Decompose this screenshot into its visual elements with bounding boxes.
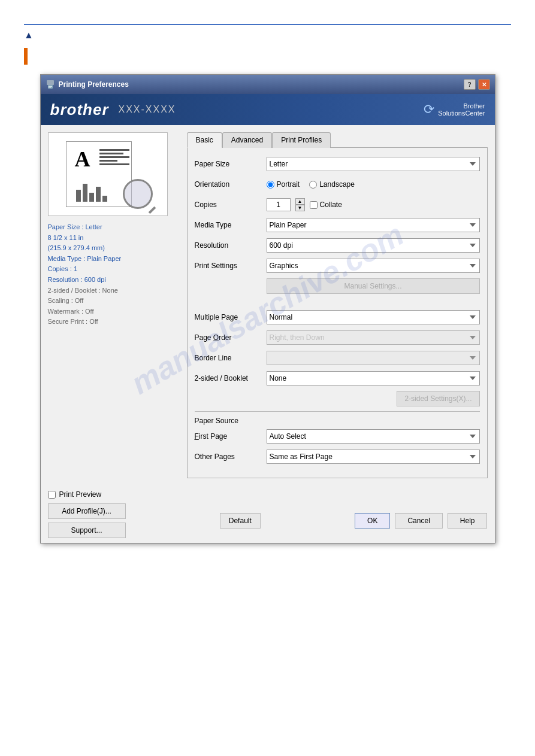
footer-buttons-row: Add Profile(J)... Support... Default OK …: [48, 503, 488, 538]
print-preview-label-text: Print Preview: [59, 490, 102, 499]
solutions-center-icon: ⟳: [424, 102, 434, 117]
status-info: Paper Size : Letter 8 1/2 x 11 in (215.9…: [48, 222, 180, 327]
landscape-label: Landscape: [319, 180, 355, 189]
print-preview-option[interactable]: Print Preview: [48, 490, 102, 499]
status-copies: Copies : 1: [48, 264, 180, 275]
two-sided-select[interactable]: None 2-sided Booklet: [267, 371, 480, 385]
page-order-label: Page Order: [195, 333, 267, 342]
page-order-control: Right, then Down Down, then Right: [267, 330, 480, 345]
two-sided-row: 2-sided / Booklet None 2-sided Booklet: [195, 371, 480, 386]
other-pages-row: Other Pages Same as First Page Tray 1 Tr…: [195, 449, 480, 464]
paper-size-row: Paper Size Letter A4 Legal: [195, 156, 480, 172]
other-pages-label: Other Pages: [195, 453, 267, 461]
solutions-center-section: ⟳ Brother SolutionsCenter: [424, 102, 485, 117]
dialog-close-button[interactable]: ✕: [478, 79, 490, 90]
first-page-control: Auto Select Tray 1 Tray 2 Manual: [267, 429, 480, 444]
preview-paper: A: [66, 141, 132, 207]
solutions-center-label: Brother SolutionsCenter: [438, 102, 485, 117]
paper-size-label: Paper Size: [195, 160, 267, 168]
first-page-select[interactable]: Auto Select Tray 1 Tray 2 Manual: [267, 429, 480, 444]
media-type-label: Media Type: [195, 221, 267, 229]
landscape-option[interactable]: Landscape: [309, 180, 355, 189]
home-icon-row: ▲: [0, 25, 535, 45]
resolution-select[interactable]: 600 dpi 1200 dpi 300 dpi: [267, 238, 480, 253]
print-settings-label: Print Settings: [195, 262, 267, 270]
media-type-select[interactable]: Plain Paper Thin Paper Thick Paper: [267, 218, 480, 232]
copies-down-arrow[interactable]: ▼: [295, 205, 305, 211]
dialog-titlebar: Printing Preferences ? ✕: [41, 75, 495, 94]
page-order-label-text: Page Order: [195, 333, 232, 342]
multiple-page-select[interactable]: Normal 2 in 1 4 in 1: [267, 310, 480, 324]
resolution-label: Resolution: [195, 241, 267, 250]
portrait-option[interactable]: Portrait: [267, 180, 300, 189]
cancel-button[interactable]: Cancel: [395, 513, 442, 529]
resolution-control: 600 dpi 1200 dpi 300 dpi: [267, 238, 480, 253]
preview-letter-a: A: [75, 147, 90, 172]
first-page-row: First Page Auto Select Tray 1 Tray 2 Man…: [195, 429, 480, 444]
dialog-help-button[interactable]: ?: [464, 79, 476, 90]
status-secure-print: Secure Print : Off: [48, 317, 180, 327]
footer-top-row: Print Preview: [48, 490, 488, 499]
help-button[interactable]: Help: [448, 513, 488, 529]
landscape-radio[interactable]: [309, 181, 317, 189]
copies-up-arrow[interactable]: ▲: [295, 198, 305, 205]
page-order-select[interactable]: Right, then Down Down, then Right: [267, 330, 480, 345]
paper-size-select[interactable]: Letter A4 Legal: [267, 157, 480, 171]
media-type-control: Plain Paper Thin Paper Thick Paper: [267, 218, 480, 232]
border-line-select[interactable]: [267, 351, 480, 365]
svg-rect-0: [47, 80, 54, 85]
tab-basic[interactable]: Basic: [187, 132, 222, 148]
copies-label: Copies: [195, 201, 267, 209]
titlebar-left: Printing Preferences: [46, 80, 129, 89]
multiple-page-control: Normal 2 in 1 4 in 1: [267, 310, 480, 324]
copies-spinner: ▲ ▼: [295, 198, 305, 211]
svg-rect-3: [49, 87, 51, 88]
collate-label-text: Collate: [320, 201, 342, 209]
orientation-control: Portrait Landscape: [267, 180, 480, 189]
border-line-control: [267, 351, 480, 365]
copies-control: ▲ ▼ Collate: [267, 198, 480, 211]
status-dimensions: 8 1/2 x 11 in: [48, 233, 180, 244]
other-pages-select[interactable]: Same as First Page Tray 1 Tray 2: [267, 450, 480, 464]
two-sided-settings-button[interactable]: 2-sided Settings(X)...: [397, 391, 479, 406]
ok-button[interactable]: OK: [355, 513, 390, 529]
print-preview-box: A: [48, 132, 168, 216]
footer-right-area: Default: [220, 513, 261, 529]
print-settings-select[interactable]: Graphics Text Manual: [267, 259, 480, 273]
printing-preferences-dialog: manualsarchive.com Printing Preferences …: [40, 74, 495, 544]
tabs-row: Basic Advanced Print Profiles: [187, 132, 488, 148]
svg-rect-2: [49, 86, 52, 87]
portrait-radio[interactable]: [267, 181, 274, 189]
brother-header-bar: brother XXX-XXXX ⟳ Brother SolutionsCent…: [41, 94, 495, 125]
portrait-label: Portrait: [277, 180, 300, 189]
preview-content: A: [60, 138, 156, 210]
support-button[interactable]: Support...: [48, 523, 126, 538]
other-pages-control: Same as First Page Tray 1 Tray 2: [267, 450, 480, 464]
dialog-body: A: [41, 125, 495, 485]
collate-option[interactable]: Collate: [310, 201, 342, 209]
left-panel: A: [48, 132, 180, 478]
preview-chart: [76, 184, 107, 202]
home-icon[interactable]: ▲: [24, 30, 34, 41]
paper-size-control: Letter A4 Legal: [267, 157, 480, 171]
dialog-title: Printing Preferences: [59, 80, 129, 89]
dialog-footer: Print Preview Add Profile(J)... Support.…: [41, 485, 495, 543]
print-settings-row: Print Settings Graphics Text Manual: [195, 258, 480, 274]
printer-icon: [46, 80, 55, 89]
orientation-label: Orientation: [195, 180, 267, 189]
orange-bar: [24, 48, 28, 65]
status-two-sided: 2-sided / Booklet : None: [48, 286, 180, 296]
tab-print-profiles[interactable]: Print Profiles: [272, 132, 331, 148]
copies-input[interactable]: [267, 198, 291, 211]
border-line-label: Border Line: [195, 354, 267, 362]
footer-left-buttons: Add Profile(J)... Support...: [48, 503, 126, 538]
manual-settings-button[interactable]: Manual Settings...: [267, 278, 480, 294]
add-profile-button[interactable]: Add Profile(J)...: [48, 503, 126, 519]
multiple-page-label: Multiple Page: [195, 313, 267, 321]
collate-checkbox[interactable]: [310, 201, 318, 209]
tab-advanced[interactable]: Advanced: [222, 132, 272, 148]
default-button[interactable]: Default: [220, 513, 261, 529]
footer-action-buttons: OK Cancel Help: [355, 513, 487, 529]
print-preview-checkbox[interactable]: [48, 491, 56, 499]
page-order-row: Page Order Right, then Down Down, then R…: [195, 330, 480, 345]
